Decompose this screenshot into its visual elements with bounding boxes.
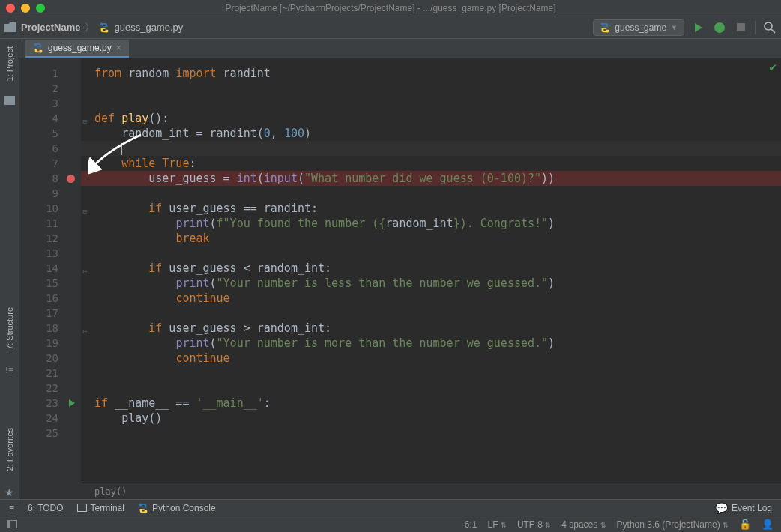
divider [755,21,756,34]
line-number[interactable]: 10⊟ [19,201,81,216]
code-line[interactable]: continue [81,351,781,366]
line-number[interactable]: 8 [19,171,81,186]
python-interpreter[interactable]: Python 3.6 (ProjectName) ⇅ [617,519,729,530]
text-cursor [121,143,122,155]
code-line[interactable]: print(f"You found the number ({random_in… [81,216,781,231]
code-line[interactable]: break [81,231,781,246]
code-line[interactable] [81,141,781,156]
code-line[interactable]: print("Your number is more than the numb… [81,336,781,351]
toolwindows-button[interactable] [7,520,17,528]
line-number[interactable]: 9 [19,186,81,201]
favorites-toolwindow-tab[interactable]: 2: Favorites [5,428,14,471]
search-button[interactable] [763,21,777,34]
code-line[interactable] [81,381,781,396]
python-file-icon [600,22,610,33]
file-encoding[interactable]: UTF-8 ⇅ [517,519,551,530]
debug-button[interactable] [713,21,726,34]
code-line[interactable]: if user_guess < random_int: [81,261,781,276]
bottom-toolwindow-bar: ≡ 6: TODO Terminal Python Console 💬 Even… [0,499,781,516]
breadcrumb: ProjectName 〉 guess_game.py [4,21,183,34]
indent-settings[interactable]: 4 spaces ⇅ [561,519,606,530]
todo-toolwindow-tab[interactable]: 6: TODO [28,503,64,513]
code-line[interactable]: while True: [81,156,781,171]
editor-tab-guess-game[interactable]: guess_game.py × [25,40,129,58]
cursor-position[interactable]: 6:1 [465,519,477,530]
line-number[interactable]: 25 [19,426,81,441]
run-gutter-icon[interactable] [69,399,75,407]
code-line[interactable]: if user_guess > random_int: [81,321,781,336]
python-console-toolwindow-tab[interactable]: Python Console [152,503,216,513]
code-area[interactable]: ✔ from random import randint def play():… [81,58,781,499]
line-number[interactable]: 3 [19,96,81,111]
code-line[interactable] [81,96,781,111]
code-line[interactable]: random_int = randint(0, 100) [81,126,781,141]
line-separator[interactable]: LF ⇅ [488,519,507,530]
editor-breadcrumb-item[interactable]: play() [94,486,127,497]
code-line[interactable]: if user_guess == randint: [81,201,781,216]
python-console-icon [138,503,148,513]
lock-icon[interactable]: 🔓 [739,519,751,530]
terminal-toolwindow-tab[interactable]: Terminal [91,503,124,513]
inspections-ok-icon[interactable]: ✔ [769,60,777,74]
code-line[interactable] [81,246,781,261]
menu-icon[interactable]: ≡ [9,503,14,513]
editor-tabs: guess_game.py × [19,39,781,58]
line-number[interactable]: 21 [19,366,81,381]
code-line[interactable]: print("Your number is less than the numb… [81,276,781,291]
close-window-button[interactable] [6,4,15,13]
structure-icon: ⁝≡ [5,365,13,375]
code-line[interactable] [81,366,781,381]
stop-icon [737,23,745,31]
line-number[interactable]: 6 [19,141,81,156]
line-number[interactable]: 12 [19,231,81,246]
line-number[interactable]: 17 [19,306,81,321]
event-log-icon: 💬 [715,502,728,514]
code-line[interactable]: def play(): [81,111,781,126]
breadcrumb-file[interactable]: guess_game.py [114,22,183,33]
play-icon [695,23,702,32]
code-line[interactable]: if __name__ == '__main__': [81,396,781,411]
breadcrumb-separator: 〉 [85,21,94,34]
line-number[interactable]: 23 [19,396,81,411]
code-line[interactable] [81,186,781,201]
line-number[interactable]: 14⊟ [19,261,81,276]
code-line[interactable] [81,81,781,96]
code-line[interactable] [81,426,781,441]
line-number[interactable]: 5 [19,126,81,141]
run-button[interactable] [692,21,705,34]
editor: 1 2 3 4⊟ 5 6 7 8 9 10⊟ 11 12 13 14⊟ 15 1… [19,58,781,499]
window-title: ProjectName [~/PycharmProjects/ProjectNa… [0,3,781,13]
close-tab-icon[interactable]: × [116,43,121,53]
line-number[interactable]: 4⊟ [19,111,81,126]
line-number[interactable]: 22 [19,381,81,396]
maximize-window-button[interactable] [36,4,45,13]
hector-icon[interactable]: 👤 [762,519,774,530]
line-number[interactable]: 24 [19,411,81,426]
line-number[interactable]: 11 [19,216,81,231]
python-file-icon [99,22,109,33]
line-number[interactable]: 15 [19,276,81,291]
event-log-toolwindow-tab[interactable]: Event Log [732,503,772,513]
minimize-window-button[interactable] [21,4,30,13]
line-number[interactable]: 7 [19,156,81,171]
editor-breadcrumb[interactable]: play() [81,483,781,499]
code-line[interactable]: user_guess = int(input("What number did … [81,171,781,186]
line-number[interactable]: 16 [19,291,81,306]
breadcrumb-project[interactable]: ProjectName [21,22,80,33]
code-line[interactable]: play() [81,411,781,426]
line-number[interactable]: 19 [19,336,81,351]
line-number[interactable]: 13 [19,246,81,261]
code-line[interactable]: continue [81,291,781,306]
code-line[interactable]: from random import randint [81,66,781,81]
breakpoint-marker[interactable] [67,175,75,183]
line-number[interactable]: 1 [19,66,81,81]
code-line[interactable] [81,306,781,321]
run-config-selector[interactable]: guess_game ▼ [593,19,684,36]
line-number[interactable]: 20 [19,351,81,366]
gutter[interactable]: 1 2 3 4⊟ 5 6 7 8 9 10⊟ 11 12 13 14⊟ 15 1… [19,58,81,499]
line-number[interactable]: 2 [19,81,81,96]
stop-button[interactable] [734,21,747,34]
line-number[interactable]: 18⊟ [19,321,81,336]
structure-toolwindow-tab[interactable]: 7: Structure [5,307,14,350]
project-toolwindow-tab[interactable]: 1: Project [5,46,14,81]
